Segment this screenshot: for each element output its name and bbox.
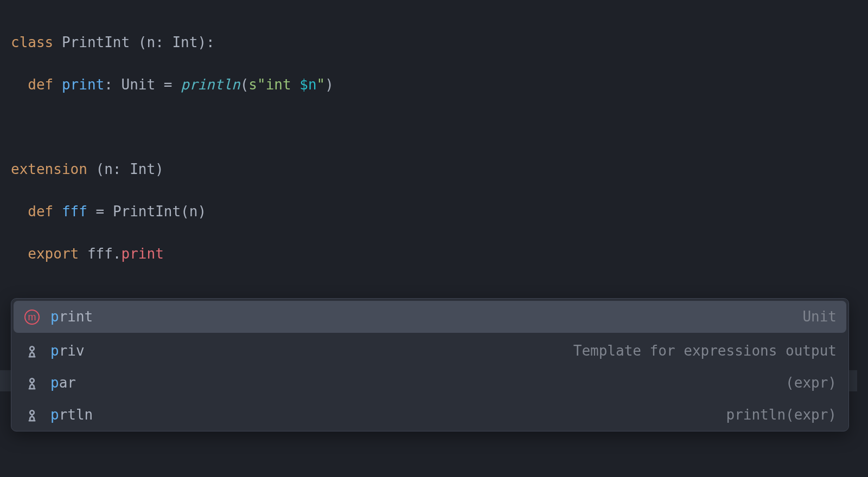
method-name: print [62, 76, 104, 93]
method-icon: m [23, 308, 41, 326]
template-icon [23, 407, 41, 424]
completion-label: priv [50, 340, 85, 362]
code-line-1: class PrintInt (n: Int): [11, 32, 868, 53]
completion-detail: Unit [802, 306, 837, 327]
completion-item-prtln[interactable]: prtln println(expr) [11, 399, 848, 431]
completion-label: par [50, 372, 76, 394]
completion-detail: (expr) [786, 372, 837, 394]
completion-item-priv[interactable]: priv Template for expressions output [11, 335, 848, 367]
class-name-prefix [53, 34, 62, 50]
string-interp: $n [299, 76, 316, 93]
keyword-def: def [28, 76, 53, 93]
completion-detail: Template for expressions output [573, 340, 837, 362]
completion-popup[interactable]: m print Unit priv Template for expressio… [11, 298, 849, 431]
completion-item-print[interactable]: m print Unit [14, 301, 846, 333]
template-icon [23, 343, 41, 360]
code-line-4: extension (n: Int) [11, 159, 868, 180]
keyword-export: export [28, 246, 79, 262]
completion-label: prtln [50, 404, 93, 426]
template-icon [23, 375, 41, 392]
completion-label: print [50, 306, 93, 327]
code-line-6: export fff.print [11, 243, 868, 265]
completion-detail: println(expr) [726, 404, 837, 426]
fn-call: println [181, 76, 240, 93]
code-line-3 [11, 117, 868, 138]
class-name: PrintInt [62, 34, 130, 50]
code-line-2: def print: Unit = println(s"int $n") [11, 74, 868, 95]
keyword-extension: extension [11, 161, 87, 177]
keyword-class: class [11, 34, 53, 50]
completion-item-par[interactable]: par (expr) [11, 367, 848, 399]
code-line-5: def fff = PrintInt(n) [11, 201, 868, 222]
